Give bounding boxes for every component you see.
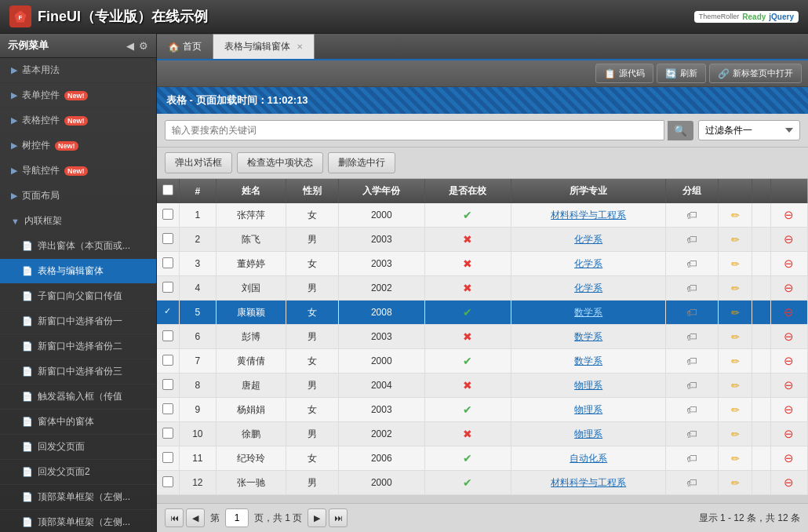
- delete-icon[interactable]: ⊖: [784, 427, 794, 440]
- row-edit-cell[interactable]: ✏: [719, 471, 752, 495]
- header-checkbox-cell[interactable]: [157, 179, 179, 203]
- row-checkbox-cell[interactable]: [157, 228, 179, 252]
- row-delete-cell[interactable]: ⊖: [770, 276, 807, 301]
- delete-icon[interactable]: ⊖: [784, 208, 794, 221]
- sidebar-item-select2[interactable]: 📄 新窗口中选择省份二: [0, 334, 156, 359]
- tag-icon[interactable]: 🏷: [686, 379, 697, 392]
- row-checkbox[interactable]: [162, 282, 173, 293]
- row-group[interactable]: 🏷: [666, 325, 719, 349]
- tag-icon[interactable]: 🏷: [686, 330, 697, 343]
- tag-icon[interactable]: 🏷: [686, 355, 697, 367]
- search-input[interactable]: [165, 120, 664, 140]
- delete-selected-button[interactable]: 删除选中行: [328, 152, 395, 173]
- sidebar-item-select1[interactable]: 📄 新窗口中选择省份一: [0, 309, 156, 334]
- major-link[interactable]: 材料科学与工程系: [551, 477, 626, 488]
- row-delete-cell[interactable]: ⊖: [770, 301, 807, 325]
- edit-icon[interactable]: ✏: [731, 307, 740, 319]
- tab-close-icon[interactable]: ✕: [297, 42, 303, 51]
- row-checkbox[interactable]: [162, 209, 173, 220]
- sidebar-item-top-menu2[interactable]: 📄 顶部菜单框架（左侧...: [0, 510, 156, 532]
- row-edit-cell[interactable]: ✏: [719, 228, 752, 252]
- sidebar-item-popup[interactable]: 📄 弹出窗体（本页面或...: [0, 234, 156, 259]
- delete-icon[interactable]: ⊖: [784, 281, 794, 294]
- edit-icon[interactable]: ✏: [731, 404, 740, 416]
- row-major[interactable]: 材料科学与工程系: [511, 471, 666, 495]
- sidebar-collapse-icon[interactable]: ◀: [126, 40, 134, 52]
- delete-icon[interactable]: ⊖: [784, 305, 794, 319]
- row-edit-cell[interactable]: ✏: [719, 301, 752, 325]
- row-edit-cell[interactable]: ✏: [719, 276, 752, 301]
- row-major[interactable]: 物理系: [511, 398, 666, 422]
- sidebar-item-back-parent[interactable]: 📄 回发父页面: [0, 435, 156, 460]
- delete-icon[interactable]: ⊖: [784, 354, 794, 367]
- sidebar-item-inline[interactable]: ▼ 内联框架: [0, 209, 156, 234]
- last-page-button[interactable]: ⏭: [329, 508, 348, 527]
- row-checkbox-cell[interactable]: [157, 446, 179, 471]
- row-edit-cell[interactable]: ✏: [719, 203, 752, 228]
- search-button[interactable]: 🔍: [668, 121, 693, 140]
- sidebar-item-child-parent[interactable]: 📄 子窗口向父窗口传值: [0, 284, 156, 309]
- row-checkbox-cell[interactable]: [157, 252, 179, 276]
- tag-icon[interactable]: 🏷: [686, 306, 697, 319]
- next-page-button[interactable]: ▶: [308, 508, 326, 527]
- row-major[interactable]: 物理系: [511, 373, 666, 398]
- major-link[interactable]: 化学系: [574, 258, 602, 269]
- tag-icon[interactable]: 🏷: [686, 209, 697, 221]
- row-checkbox-cell[interactable]: [157, 471, 179, 495]
- row-delete-cell[interactable]: ⊖: [770, 325, 807, 349]
- row-checkbox[interactable]: [162, 330, 173, 341]
- row-major[interactable]: 化学系: [511, 252, 666, 276]
- row-checkbox[interactable]: [162, 257, 173, 268]
- check-selected-button[interactable]: 检查选中项状态: [237, 152, 323, 173]
- row-checkbox[interactable]: [162, 233, 173, 244]
- major-link[interactable]: 物理系: [574, 428, 602, 439]
- row-edit-cell[interactable]: ✏: [719, 252, 752, 276]
- major-link[interactable]: 数学系: [574, 355, 602, 366]
- row-delete-cell[interactable]: ⊖: [770, 373, 807, 398]
- row-delete-cell[interactable]: ⊖: [770, 422, 807, 446]
- row-major[interactable]: 材料科学与工程系: [511, 203, 666, 228]
- delete-icon[interactable]: ⊖: [784, 451, 794, 465]
- major-link[interactable]: 化学系: [574, 234, 602, 245]
- sidebar-item-layout[interactable]: ▶ 页面布局: [0, 184, 156, 209]
- row-checkbox-cell[interactable]: [157, 398, 179, 422]
- row-checkbox-cell[interactable]: [157, 373, 179, 398]
- row-major[interactable]: 数学系: [511, 349, 666, 373]
- row-checkbox[interactable]: [162, 403, 173, 414]
- sidebar-item-basic[interactable]: ▶ 基本用法: [0, 58, 156, 83]
- row-major[interactable]: 自动化系: [511, 446, 666, 471]
- row-delete-cell[interactable]: ⊖: [770, 228, 807, 252]
- edit-icon[interactable]: ✏: [731, 282, 740, 294]
- major-link[interactable]: 数学系: [574, 331, 602, 342]
- row-checkbox-cell[interactable]: [157, 203, 179, 228]
- tag-icon[interactable]: 🏷: [686, 257, 697, 270]
- row-group[interactable]: 🏷: [666, 349, 719, 373]
- source-code-button[interactable]: 📋 源代码: [595, 64, 653, 83]
- major-link[interactable]: 自动化系: [570, 453, 607, 464]
- page-input[interactable]: [225, 508, 249, 527]
- sidebar-item-tree[interactable]: ▶ 树控件 New!: [0, 133, 156, 159]
- filter-select[interactable]: 过滤条件一 过滤条件二 过滤条件三: [698, 120, 800, 140]
- major-link[interactable]: 化学系: [574, 282, 602, 293]
- tag-icon[interactable]: 🏷: [686, 428, 697, 440]
- row-group[interactable]: 🏷: [666, 301, 719, 325]
- tab-home[interactable]: 🏠 首页: [157, 34, 213, 59]
- tag-icon[interactable]: 🏷: [686, 282, 697, 294]
- popup-dialog-button[interactable]: 弹出对话框: [165, 152, 232, 173]
- prev-page-button[interactable]: ◀: [186, 508, 205, 527]
- row-group[interactable]: 🏷: [666, 203, 719, 228]
- tag-icon[interactable]: 🏷: [686, 403, 697, 416]
- sidebar-item-select3[interactable]: 📄 新窗口中选择省份三: [0, 359, 156, 384]
- row-delete-cell[interactable]: ⊖: [770, 446, 807, 471]
- edit-icon[interactable]: ✏: [731, 331, 740, 343]
- delete-icon[interactable]: ⊖: [784, 257, 794, 270]
- edit-icon[interactable]: ✏: [731, 428, 740, 440]
- row-checkbox-cell[interactable]: [157, 276, 179, 301]
- row-delete-cell[interactable]: ⊖: [770, 349, 807, 373]
- edit-icon[interactable]: ✏: [731, 380, 740, 392]
- tag-icon[interactable]: 🏷: [686, 452, 697, 465]
- row-checkbox[interactable]: [162, 306, 173, 317]
- row-checkbox-cell[interactable]: [157, 301, 179, 325]
- first-page-button[interactable]: ⏮: [165, 508, 184, 527]
- sidebar-item-top-menu1[interactable]: 📄 顶部菜单框架（左侧...: [0, 485, 156, 510]
